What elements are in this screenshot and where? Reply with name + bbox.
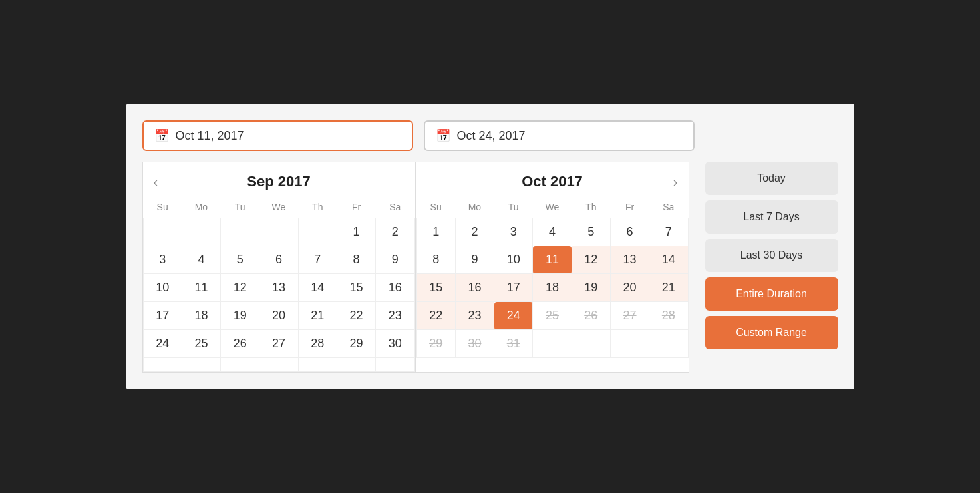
- left-calendar-header: ‹ Sep 2017: [143, 162, 415, 196]
- table-row[interactable]: 10: [494, 246, 533, 274]
- table-row[interactable]: 21: [298, 302, 337, 330]
- table-row[interactable]: 29: [337, 330, 375, 358]
- table-row[interactable]: 25: [533, 302, 572, 330]
- table-row[interactable]: 17: [143, 302, 182, 330]
- table-row: [221, 358, 259, 372]
- next-month-button[interactable]: ›: [668, 172, 683, 192]
- table-row[interactable]: 30: [376, 330, 414, 358]
- table-row[interactable]: 4: [182, 246, 220, 274]
- right-calendar-grid: Su Mo Tu We Th Fr Sa 1234567891011121314…: [416, 196, 689, 358]
- table-row: [221, 218, 259, 246]
- date-picker-container: 📅 Oct 11, 2017 📅 Oct 24, 2017 ‹ Sep 2017…: [124, 102, 856, 391]
- table-row[interactable]: 20: [610, 274, 649, 302]
- table-row[interactable]: 3: [494, 218, 533, 246]
- table-row: [259, 358, 298, 372]
- weekday-su-right: Su: [416, 196, 455, 218]
- weekday-we-left: We: [259, 196, 298, 218]
- table-row: [610, 330, 649, 358]
- table-row[interactable]: 12: [572, 246, 610, 274]
- weekday-fr-left: Fr: [337, 196, 375, 218]
- table-row: [143, 358, 182, 372]
- table-row[interactable]: 2: [455, 218, 494, 246]
- table-row[interactable]: 28: [649, 302, 688, 330]
- table-row[interactable]: 6: [610, 218, 649, 246]
- weekday-fr-right: Fr: [610, 196, 649, 218]
- entire-duration-button[interactable]: Entire Duration: [705, 277, 838, 311]
- table-row[interactable]: 19: [572, 274, 610, 302]
- weekday-tu-right: Tu: [494, 196, 533, 218]
- table-row[interactable]: 11: [182, 274, 220, 302]
- weekday-mo-right: Mo: [455, 196, 494, 218]
- table-row[interactable]: 7: [298, 246, 337, 274]
- table-row: [572, 330, 610, 358]
- table-row[interactable]: 20: [259, 302, 298, 330]
- table-row[interactable]: 21: [649, 274, 688, 302]
- weekday-th-right: Th: [572, 196, 610, 218]
- prev-month-button[interactable]: ‹: [148, 172, 164, 192]
- weekday-th-left: Th: [298, 196, 337, 218]
- table-row[interactable]: 26: [221, 330, 259, 358]
- table-row[interactable]: 16: [376, 274, 414, 302]
- right-calendar-header: Oct 2017 ›: [416, 162, 689, 196]
- table-row[interactable]: 18: [533, 274, 572, 302]
- table-row[interactable]: 4: [533, 218, 572, 246]
- calendars-area: ‹ Sep 2017 Su Mo Tu We Th Fr Sa: [142, 162, 689, 373]
- end-date-value: Oct 24, 2017: [457, 129, 526, 143]
- left-calendar: ‹ Sep 2017 Su Mo Tu We Th Fr Sa: [142, 162, 416, 373]
- table-row[interactable]: 22: [416, 302, 455, 330]
- table-row[interactable]: 19: [221, 302, 259, 330]
- table-row[interactable]: 31: [494, 330, 533, 358]
- table-row[interactable]: 15: [416, 274, 455, 302]
- table-row[interactable]: 13: [610, 246, 649, 274]
- table-row[interactable]: 24: [494, 302, 533, 330]
- table-row[interactable]: 12: [221, 274, 259, 302]
- table-row[interactable]: 23: [376, 302, 414, 330]
- table-row[interactable]: 23: [455, 302, 494, 330]
- weekday-mo-left: Mo: [182, 196, 220, 218]
- calendar-icon-end: 📅: [436, 128, 450, 143]
- table-row[interactable]: 7: [649, 218, 688, 246]
- table-row[interactable]: 1: [337, 218, 375, 246]
- table-row: [337, 358, 375, 372]
- table-row: [533, 330, 572, 358]
- right-calendar: Oct 2017 › Su Mo Tu We Th Fr Sa: [416, 162, 689, 373]
- today-button[interactable]: Today: [705, 162, 838, 195]
- table-row[interactable]: 15: [337, 274, 375, 302]
- table-row[interactable]: 10: [143, 274, 182, 302]
- table-row[interactable]: 9: [455, 246, 494, 274]
- table-row[interactable]: 17: [494, 274, 533, 302]
- end-date-input[interactable]: 📅 Oct 24, 2017: [424, 120, 695, 151]
- table-row[interactable]: 25: [182, 330, 220, 358]
- custom-range-button[interactable]: Custom Range: [705, 316, 838, 349]
- table-row[interactable]: 22: [337, 302, 375, 330]
- table-row[interactable]: 2: [376, 218, 414, 246]
- table-row[interactable]: 16: [455, 274, 494, 302]
- table-row[interactable]: 24: [143, 330, 182, 358]
- table-row[interactable]: 27: [259, 330, 298, 358]
- table-row: [143, 218, 182, 246]
- table-row[interactable]: 9: [376, 246, 414, 274]
- table-row[interactable]: 30: [455, 330, 494, 358]
- table-row[interactable]: 8: [416, 246, 455, 274]
- table-row[interactable]: 27: [610, 302, 649, 330]
- table-row[interactable]: 11: [533, 246, 572, 274]
- table-row[interactable]: 3: [143, 246, 182, 274]
- start-date-input[interactable]: 📅 Oct 11, 2017: [142, 120, 413, 151]
- table-row[interactable]: 5: [221, 246, 259, 274]
- table-row[interactable]: 26: [572, 302, 610, 330]
- table-row[interactable]: 13: [259, 274, 298, 302]
- table-row[interactable]: 29: [416, 330, 455, 358]
- table-row[interactable]: 14: [298, 274, 337, 302]
- table-row: [298, 358, 337, 372]
- table-row[interactable]: 14: [649, 246, 688, 274]
- table-row[interactable]: 18: [182, 302, 220, 330]
- last7-button[interactable]: Last 7 Days: [705, 200, 838, 234]
- last30-button[interactable]: Last 30 Days: [705, 239, 838, 272]
- table-row[interactable]: 6: [259, 246, 298, 274]
- table-row[interactable]: 5: [572, 218, 610, 246]
- table-row: [259, 218, 298, 246]
- table-row[interactable]: 8: [337, 246, 375, 274]
- table-row[interactable]: 28: [298, 330, 337, 358]
- weekday-sa-right: Sa: [649, 196, 688, 218]
- table-row[interactable]: 1: [416, 218, 455, 246]
